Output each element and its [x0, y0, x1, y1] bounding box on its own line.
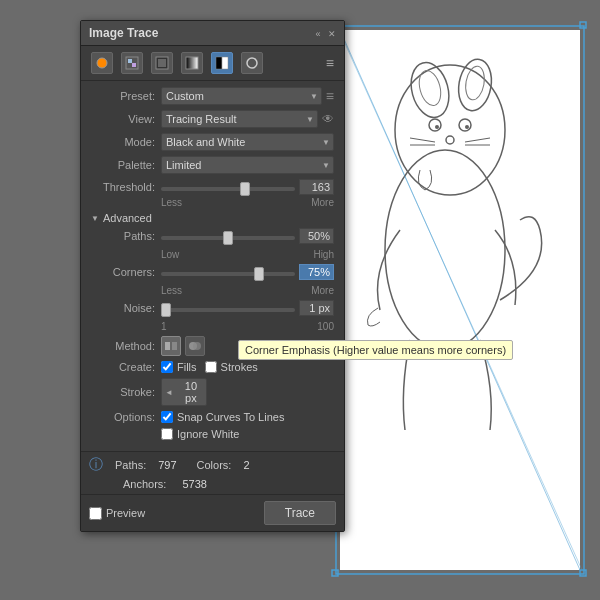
noise-labels: 1 100 — [91, 321, 334, 332]
trace-button[interactable]: Trace — [264, 501, 336, 525]
noise-min: 1 — [161, 321, 167, 332]
preview-checkbox-label[interactable]: Preview — [89, 507, 145, 520]
high-color-btn[interactable] — [121, 52, 143, 74]
svg-rect-19 — [332, 570, 338, 576]
strokes-checkbox[interactable] — [205, 361, 217, 373]
fills-checkbox-label[interactable]: Fills — [161, 361, 197, 373]
method-label: Method: — [91, 340, 161, 352]
threshold-labels: Less More — [91, 197, 334, 208]
stats-paths-label: Paths: — [115, 459, 146, 471]
svg-rect-27 — [158, 59, 166, 67]
svg-point-2 — [405, 58, 454, 121]
svg-point-15 — [463, 65, 487, 102]
preview-checkbox[interactable] — [89, 507, 102, 520]
noise-label: Noise: — [91, 302, 161, 314]
svg-rect-32 — [165, 342, 170, 350]
mode-select[interactable]: Black and WhiteColorGrayscale — [161, 133, 334, 151]
svg-rect-25 — [132, 63, 136, 67]
svg-point-13 — [465, 125, 469, 129]
threshold-input[interactable]: 163 — [299, 179, 334, 195]
black-white-btn[interactable] — [211, 52, 233, 74]
palette-select[interactable]: LimitedFull ToneAutomatic — [161, 156, 334, 174]
stats-colors-label: Colors: — [197, 459, 232, 471]
stats-anchors-value: 5738 — [182, 478, 206, 490]
fills-checkbox[interactable] — [161, 361, 173, 373]
info-icon[interactable]: ⓘ — [89, 456, 103, 474]
create-row: Create: Fills Strokes — [91, 361, 334, 373]
method-abutting-btn[interactable] — [161, 336, 181, 356]
mode-row: Mode: Black and WhiteColorGrayscale ▼ — [91, 133, 334, 151]
view-label: View: — [91, 113, 161, 125]
stats-paths-value: 797 — [158, 459, 176, 471]
create-label: Create: — [91, 361, 161, 373]
svg-line-0 — [340, 30, 580, 570]
grayscale-btn[interactable] — [181, 52, 203, 74]
preset-menu-icon[interactable]: ≡ — [326, 88, 334, 104]
noise-row: Noise: 1 px — [91, 300, 334, 316]
snap-curves-label[interactable]: Snap Curves To Lines — [161, 411, 284, 423]
svg-rect-20 — [580, 570, 586, 576]
svg-rect-24 — [128, 59, 132, 63]
stroke-label: Stroke: — [91, 386, 161, 398]
noise-slider[interactable] — [161, 308, 295, 312]
svg-point-5 — [459, 119, 471, 131]
method-icons — [161, 336, 205, 356]
view-select[interactable]: Tracing ResultSource ImageOutlinesOutlin… — [161, 110, 318, 128]
svg-point-35 — [193, 342, 201, 350]
paths-labels: Low High — [91, 249, 334, 260]
corners-more: More — [311, 285, 334, 296]
svg-point-4 — [429, 119, 441, 131]
eye-icon[interactable]: 👁 — [322, 112, 334, 126]
threshold-row: Threshold: 163 — [91, 179, 334, 195]
paths-slider[interactable] — [161, 236, 295, 240]
threshold-label: Threshold: — [91, 181, 161, 193]
mode-label: Mode: — [91, 136, 161, 148]
paths-slider-container — [161, 230, 295, 242]
preset-label: Preset: — [91, 90, 161, 102]
stats-colors-value: 2 — [243, 459, 249, 471]
ignore-white-label[interactable]: Ignore White — [161, 428, 239, 440]
panel-title: Image Trace — [89, 26, 158, 40]
noise-slider-container — [161, 302, 295, 314]
paths-value: 50% — [299, 228, 334, 244]
menu-btn[interactable]: ≡ — [326, 55, 334, 71]
low-color-btn[interactable] — [151, 52, 173, 74]
stats-anchors-row: Anchors: 5738 — [81, 478, 344, 494]
image-trace-panel: Image Trace « ✕ ≡ Preset: — [80, 20, 345, 532]
advanced-section-header[interactable]: ▼ Advanced — [91, 212, 334, 224]
svg-point-6 — [446, 136, 454, 144]
svg-rect-28 — [186, 57, 198, 69]
auto-color-btn[interactable] — [91, 52, 113, 74]
strokes-checkbox-label[interactable]: Strokes — [205, 361, 258, 373]
noise-value: 1 px — [299, 300, 334, 316]
threshold-less: Less — [161, 197, 182, 208]
panel-collapse-btn[interactable]: « — [314, 29, 322, 37]
corners-slider[interactable] — [161, 272, 295, 276]
stroke-spinbox: ◄ 10 px — [161, 378, 207, 406]
corners-slider-label: Corners: — [91, 266, 161, 278]
options-row: Options: Snap Curves To Lines — [91, 411, 334, 423]
outline-btn[interactable] — [241, 52, 263, 74]
snap-curves-checkbox[interactable] — [161, 411, 173, 423]
svg-point-22 — [97, 58, 107, 68]
threshold-more: More — [311, 197, 334, 208]
corners-value: 75% — [299, 264, 334, 280]
ignore-white-checkbox[interactable] — [161, 428, 173, 440]
svg-rect-33 — [172, 342, 177, 350]
preview-label: Preview — [106, 507, 145, 519]
stroke-down-btn[interactable]: ◄ — [162, 387, 176, 398]
snap-curves-text: Snap Curves To Lines — [177, 411, 284, 423]
stroke-row: Stroke: ◄ 10 px — [91, 378, 334, 406]
palette-label: Palette: — [91, 159, 161, 171]
method-overlapping-btn[interactable] — [185, 336, 205, 356]
form-body: Preset: CustomDefaultHigh Fidelity Photo… — [81, 81, 344, 451]
panel-close-btn[interactable]: ✕ — [328, 29, 336, 37]
svg-point-31 — [247, 58, 257, 68]
paths-row: Paths: 50% — [91, 228, 334, 244]
paths-high: High — [313, 249, 334, 260]
preset-select[interactable]: CustomDefaultHigh Fidelity PhotoLow Fide… — [161, 87, 322, 105]
stroke-value: 10 px — [176, 379, 206, 405]
mode-select-wrapper: Black and WhiteColorGrayscale ▼ — [161, 133, 334, 151]
threshold-slider[interactable] — [161, 187, 295, 191]
svg-rect-18 — [580, 22, 586, 28]
